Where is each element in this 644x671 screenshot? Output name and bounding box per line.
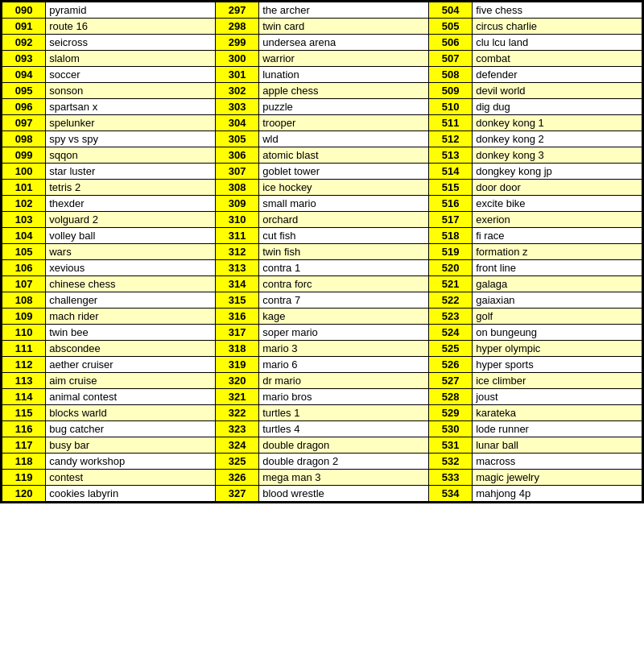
table-row: 092 seicross 299 undersea arena 506 clu …: [2, 35, 642, 51]
num-cell-2: 297: [215, 2, 258, 19]
table-row: 090 pyramid 297 the archer 504 five ches…: [2, 2, 642, 19]
table-row: 091 route 16 298 twin card 505 circus ch…: [2, 19, 642, 35]
name-cell-3: hyper sports: [473, 357, 642, 373]
name-cell-1: animal contest: [46, 389, 216, 405]
num-cell-3: 506: [428, 35, 472, 51]
table-row: 103 volguard 2 310 orchard 517 exerion: [2, 212, 642, 228]
name-cell-3: fi race: [473, 228, 642, 244]
table-row: 097 spelunker 304 trooper 511 donkey kon…: [2, 115, 642, 131]
num-cell-1: 114: [2, 389, 46, 405]
table-row: 115 blocks warld 322 turtles 1 529 karat…: [2, 405, 642, 421]
name-cell-2: apple chess: [259, 83, 429, 99]
table-row: 120 cookies labyrin 327 blood wrestle 53…: [2, 486, 642, 502]
num-cell-2: 320: [215, 373, 258, 389]
num-cell-3: 527: [428, 373, 472, 389]
num-cell-3: 534: [428, 486, 472, 502]
name-cell-2: wld: [259, 131, 429, 147]
table-row: 117 busy bar 324 double dragon 531 lunar…: [2, 437, 642, 454]
num-cell-1: 117: [2, 437, 46, 454]
name-cell-1: spy vs spy: [46, 131, 216, 147]
num-cell-3: 521: [428, 276, 472, 292]
name-cell-2: lunation: [259, 67, 429, 83]
num-cell-2: 324: [215, 437, 258, 454]
name-cell-2: puzzle: [259, 99, 429, 115]
table-row: 114 animal contest 321 mario bros 528 jo…: [2, 389, 642, 405]
name-cell-2: mega man 3: [259, 470, 429, 486]
num-cell-1: 115: [2, 405, 46, 421]
name-cell-2: double dragon: [259, 437, 429, 454]
num-cell-2: 301: [215, 67, 258, 83]
table-row: 094 soccer 301 lunation 508 defender: [2, 67, 642, 83]
num-cell-3: 516: [428, 196, 472, 212]
table-row: 119 contest 326 mega man 3 533 magic jew…: [2, 470, 642, 486]
table-row: 104 volley ball 311 cut fish 518 fi race: [2, 228, 642, 244]
table-row: 118 candy workshop 325 double dragon 2 5…: [2, 454, 642, 470]
num-cell-2: 310: [215, 212, 258, 228]
name-cell-3: donkey kong 1: [473, 115, 642, 131]
name-cell-1: pyramid: [46, 2, 216, 19]
name-cell-3: defender: [473, 67, 642, 83]
num-cell-1: 112: [2, 357, 46, 373]
table-row: 099 sqqon 306 atomic blast 513 donkey ko…: [2, 147, 642, 164]
name-cell-1: blocks warld: [46, 405, 216, 421]
name-cell-2: kage: [259, 309, 429, 325]
num-cell-2: 314: [215, 276, 258, 292]
num-cell-3: 511: [428, 115, 472, 131]
name-cell-3: karateka: [473, 405, 642, 421]
num-cell-1: 118: [2, 454, 46, 470]
name-cell-1: tetris 2: [46, 180, 216, 196]
name-cell-2: turtles 1: [259, 405, 429, 421]
table-row: 111 abscondee 318 mario 3 525 hyper olym…: [2, 341, 642, 357]
num-cell-2: 321: [215, 389, 258, 405]
name-cell-2: soper mario: [259, 325, 429, 341]
name-cell-1: volley ball: [46, 228, 216, 244]
num-cell-1: 106: [2, 260, 46, 276]
name-cell-2: twin fish: [259, 244, 429, 260]
table-row: 110 twin bee 317 soper mario 524 on bung…: [2, 325, 642, 341]
name-cell-2: dr mario: [259, 373, 429, 389]
num-cell-3: 514: [428, 164, 472, 180]
num-cell-1: 104: [2, 228, 46, 244]
num-cell-3: 507: [428, 51, 472, 67]
num-cell-1: 102: [2, 196, 46, 212]
name-cell-2: atomic blast: [259, 147, 429, 164]
name-cell-3: circus charlie: [473, 19, 642, 35]
table-row: 106 xevious 313 contra 1 520 front line: [2, 260, 642, 276]
name-cell-2: the archer: [259, 2, 429, 19]
num-cell-2: 323: [215, 421, 258, 437]
name-cell-3: devil world: [473, 83, 642, 99]
num-cell-3: 512: [428, 131, 472, 147]
num-cell-2: 300: [215, 51, 258, 67]
num-cell-2: 319: [215, 357, 258, 373]
name-cell-3: front line: [473, 260, 642, 276]
name-cell-2: contra forc: [259, 276, 429, 292]
num-cell-3: 515: [428, 180, 472, 196]
num-cell-3: 518: [428, 228, 472, 244]
name-cell-3: dongkey kong jp: [473, 164, 642, 180]
table-row: 102 thexder 309 small mario 516 excite b…: [2, 196, 642, 212]
name-cell-2: small mario: [259, 196, 429, 212]
num-cell-3: 505: [428, 19, 472, 35]
num-cell-2: 309: [215, 196, 258, 212]
name-cell-1: mach rider: [46, 309, 216, 325]
num-cell-3: 519: [428, 244, 472, 260]
num-cell-1: 099: [2, 147, 46, 164]
num-cell-1: 090: [2, 2, 46, 19]
name-cell-2: double dragon 2: [259, 454, 429, 470]
name-cell-3: excite bike: [473, 196, 642, 212]
name-cell-1: cookies labyrin: [46, 486, 216, 502]
num-cell-2: 325: [215, 454, 258, 470]
table-row: 107 chinese chess 314 contra forc 521 ga…: [2, 276, 642, 292]
num-cell-3: 528: [428, 389, 472, 405]
num-cell-1: 108: [2, 292, 46, 309]
num-cell-2: 302: [215, 83, 258, 99]
num-cell-3: 509: [428, 83, 472, 99]
name-cell-2: mario 3: [259, 341, 429, 357]
num-cell-2: 322: [215, 405, 258, 421]
name-cell-1: twin bee: [46, 325, 216, 341]
num-cell-1: 101: [2, 180, 46, 196]
name-cell-2: ice hockey: [259, 180, 429, 196]
num-cell-1: 107: [2, 276, 46, 292]
name-cell-2: turtles 4: [259, 421, 429, 437]
num-cell-1: 120: [2, 486, 46, 502]
